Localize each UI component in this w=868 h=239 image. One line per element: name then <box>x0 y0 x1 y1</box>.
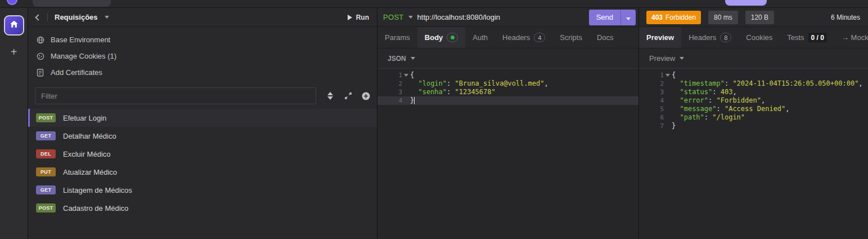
browser-tab[interactable] <box>33 0 111 7</box>
response-tab-preview[interactable]: Preview <box>639 27 681 48</box>
request-label: Listagem de Médicos <box>63 186 132 194</box>
code-text: "status": 403, <box>672 88 737 96</box>
request-tab-headers[interactable]: Headers4 <box>495 27 552 48</box>
token: "message" <box>680 105 716 113</box>
request-tab-docs[interactable]: Docs <box>590 27 621 48</box>
code-text: "error": "Forbidden", <box>672 96 765 105</box>
line-number: 5 <box>639 105 664 113</box>
request-label: Detalhar Médico <box>63 132 116 140</box>
request-tab-auth[interactable]: Auth <box>465 27 495 48</box>
line-number: 3 <box>377 88 402 96</box>
content-type-bar: JSON <box>377 48 638 69</box>
request-item[interactable]: GETDetalhar Médico <box>28 127 377 145</box>
menu-item-label: Manage Cookies (1) <box>51 52 116 60</box>
method-badge: POST <box>36 113 56 122</box>
token: "2024-11-04T15:26:05.050+00:00" <box>732 79 858 87</box>
request-item[interactable]: POSTCadastro de Médico <box>28 199 377 217</box>
method-caret-icon[interactable] <box>408 16 413 19</box>
collection-caret-icon[interactable] <box>105 16 109 19</box>
text-cursor <box>414 97 415 104</box>
content-type-label[interactable]: JSON <box>388 55 406 63</box>
code-text: "senha": "12345678" <box>410 88 496 96</box>
code-text: } <box>410 96 415 105</box>
token: , <box>544 79 548 87</box>
response-tab-cookies[interactable]: Cookies <box>739 27 780 48</box>
viewer-mode-caret-icon[interactable] <box>680 57 684 60</box>
token: , <box>761 96 765 104</box>
request-item[interactable]: PUTAtualizar Médico <box>28 163 377 181</box>
back-chevron-icon[interactable] <box>35 14 41 20</box>
response-tab-headers[interactable]: Headers8 <box>681 27 739 48</box>
response-tab-mock[interactable]: → Mock <box>834 27 868 48</box>
token: "Access Denied" <box>725 105 785 113</box>
code-text: "timestamp": "2024-11-04T15:26:05.050+00… <box>672 79 863 88</box>
titlebar-purple-button[interactable] <box>725 0 767 6</box>
response-tab-tests[interactable]: Tests0 / 0 <box>780 27 834 48</box>
request-body-editor[interactable]: 1{2 "login": "Bruna_silva@voll.med",3 "s… <box>377 69 638 239</box>
sidebar: Requisições Run Base EnvironmentManage C… <box>28 8 377 239</box>
tab-label: Headers <box>689 33 716 42</box>
home-button[interactable] <box>4 15 24 36</box>
add-workspace-button[interactable]: + <box>11 46 17 59</box>
environment-menu: Base EnvironmentManage Cookies (1)Add Ce… <box>28 32 377 81</box>
request-item[interactable]: DELExcluir Médico <box>28 145 377 163</box>
code-line: 3 "status": 403, <box>639 88 868 96</box>
api-client-window: + Requisições Run Base EnvironmentManage… <box>0 0 868 239</box>
token <box>672 88 680 96</box>
viewer-mode-label[interactable]: Preview <box>649 54 675 63</box>
activity-rail: + <box>0 8 28 239</box>
token <box>672 79 680 87</box>
token: } <box>672 122 676 130</box>
token: "senha" <box>418 88 447 96</box>
response-body-viewer[interactable]: 1{2 "timestamp": "2024-11-04T15:26:05.05… <box>639 69 868 239</box>
request-tab-scripts[interactable]: Scripts <box>552 27 590 48</box>
tab-label: Body <box>425 33 443 42</box>
token: } <box>410 96 414 104</box>
request-item[interactable]: GETListagem de Médicos <box>28 181 377 199</box>
line-number: 1 <box>639 71 664 79</box>
sort-icon[interactable] <box>326 92 334 100</box>
token: : <box>712 88 720 96</box>
add-request-icon[interactable] <box>362 92 370 100</box>
token: : <box>725 79 732 87</box>
sidebar-menu-item[interactable]: Manage Cookies (1) <box>28 48 377 64</box>
fold-caret-icon[interactable] <box>402 74 410 77</box>
sidebar-menu-item[interactable]: Add Certificates <box>28 64 377 81</box>
request-tab-body[interactable]: Body <box>417 27 466 48</box>
token <box>410 79 418 87</box>
code-line: 4} <box>377 96 638 105</box>
sidebar-menu-item[interactable]: Base Environment <box>28 32 377 48</box>
request-method[interactable]: POST <box>383 13 404 21</box>
body-set-indicator <box>447 33 458 42</box>
play-icon <box>348 15 352 20</box>
token: "status" <box>680 88 712 96</box>
line-number: 4 <box>639 96 664 105</box>
request-url[interactable]: http://localhost:8080/login <box>417 13 500 21</box>
response-time-badge: 80 ms <box>708 11 738 24</box>
fold-caret-icon[interactable] <box>664 74 672 77</box>
send-caret-icon[interactable] <box>621 12 636 23</box>
request-tab-params[interactable]: Params <box>377 27 417 48</box>
response-panel: 403 Forbidden 80 ms 120 B 6 Minutes Prev… <box>639 8 868 239</box>
send-button[interactable]: Send <box>589 10 636 25</box>
token: , <box>858 79 862 87</box>
count-badge: 8 <box>720 33 731 42</box>
request-item[interactable]: POSTEfetuar Login <box>28 109 377 127</box>
response-meta-bar: 403 Forbidden 80 ms 120 B 6 Minutes <box>639 8 868 27</box>
code-text: { <box>672 71 676 79</box>
line-number: 7 <box>639 122 664 130</box>
content-type-caret-icon[interactable] <box>411 57 415 60</box>
tab-label: Auth <box>473 33 488 42</box>
collection-name[interactable]: Requisições <box>55 13 98 21</box>
home-icon <box>9 19 19 32</box>
run-label: Run <box>356 14 369 21</box>
filter-input[interactable] <box>35 87 316 104</box>
code-text: "path": "/login" <box>672 113 745 122</box>
token <box>410 88 418 96</box>
run-button[interactable]: Run <box>348 14 369 21</box>
token: : <box>704 113 712 121</box>
code-line: 4 "error": "Forbidden", <box>639 96 868 105</box>
cookie-icon <box>36 52 44 60</box>
response-size-badge: 120 B <box>745 11 774 24</box>
expand-icon[interactable] <box>344 92 352 100</box>
